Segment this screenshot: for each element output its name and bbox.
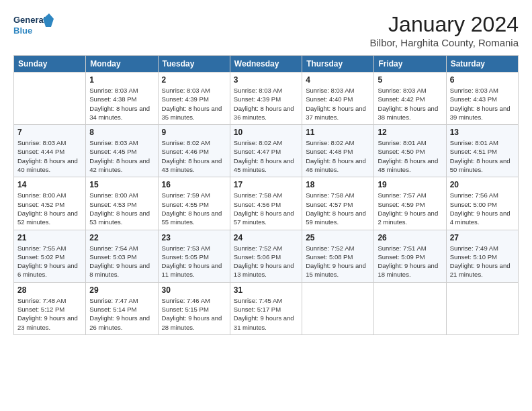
- calendar-cell: 2 Sunrise: 8:03 AMSunset: 4:39 PMDayligh…: [158, 73, 230, 125]
- calendar-cell: [374, 282, 446, 334]
- week-row-2: 7 Sunrise: 8:03 AMSunset: 4:44 PMDayligh…: [14, 125, 519, 177]
- header: General Blue January 2024 Bilbor, Harghi…: [13, 12, 519, 48]
- day-info: Sunrise: 8:03 AMSunset: 4:43 PMDaylight:…: [450, 86, 515, 122]
- calendar-cell: 26 Sunrise: 7:51 AMSunset: 5:09 PMDaylig…: [374, 230, 446, 282]
- calendar-cell: 6 Sunrise: 8:03 AMSunset: 4:43 PMDayligh…: [446, 73, 518, 125]
- week-row-1: 1 Sunrise: 8:03 AMSunset: 4:38 PMDayligh…: [14, 73, 519, 125]
- header-thursday: Thursday: [302, 56, 374, 73]
- week-row-3: 14 Sunrise: 8:00 AMSunset: 4:52 PMDaylig…: [14, 177, 519, 230]
- calendar-cell: 4 Sunrise: 8:03 AMSunset: 4:40 PMDayligh…: [302, 73, 374, 125]
- calendar-cell: 22 Sunrise: 7:54 AMSunset: 5:03 PMDaylig…: [86, 230, 158, 282]
- day-number: 8: [89, 128, 154, 137]
- logo-svg: General Blue: [13, 12, 54, 40]
- day-info: Sunrise: 7:51 AMSunset: 5:09 PMDaylight:…: [378, 244, 442, 279]
- title-area: January 2024 Bilbor, Harghita County, Ro…: [370, 12, 519, 48]
- calendar-cell: 20 Sunrise: 7:56 AMSunset: 5:00 PMDaylig…: [446, 177, 518, 230]
- calendar-cell: [14, 73, 86, 125]
- svg-text:General: General: [13, 15, 46, 25]
- day-info: Sunrise: 7:45 AMSunset: 5:17 PMDaylight:…: [234, 296, 298, 332]
- calendar-cell: 19 Sunrise: 7:57 AMSunset: 4:59 PMDaylig…: [374, 177, 446, 230]
- calendar-cell: 28 Sunrise: 7:48 AMSunset: 5:12 PMDaylig…: [14, 282, 86, 334]
- day-number: 4: [306, 75, 370, 85]
- day-number: 5: [378, 75, 442, 85]
- day-info: Sunrise: 8:03 AMSunset: 4:42 PMDaylight:…: [378, 86, 442, 122]
- day-number: 18: [306, 180, 370, 189]
- day-info: Sunrise: 8:03 AMSunset: 4:40 PMDaylight:…: [306, 86, 370, 122]
- header-friday: Friday: [374, 56, 446, 73]
- calendar-cell: 9 Sunrise: 8:02 AMSunset: 4:46 PMDayligh…: [158, 125, 230, 177]
- day-number: 24: [234, 233, 298, 242]
- header-saturday: Saturday: [446, 56, 518, 73]
- calendar-cell: [446, 282, 518, 334]
- day-info: Sunrise: 7:56 AMSunset: 5:00 PMDaylight:…: [450, 191, 515, 226]
- day-number: 13: [450, 128, 515, 137]
- page: General Blue January 2024 Bilbor, Harghi…: [0, 0, 532, 342]
- day-info: Sunrise: 8:03 AMSunset: 4:38 PMDaylight:…: [89, 86, 154, 122]
- day-number: 10: [234, 128, 298, 137]
- day-number: 17: [234, 180, 298, 189]
- logo: General Blue: [13, 12, 54, 40]
- day-number: 28: [17, 285, 82, 295]
- day-info: Sunrise: 7:58 AMSunset: 4:57 PMDaylight:…: [306, 191, 370, 226]
- location: Bilbor, Harghita County, Romania: [370, 37, 519, 48]
- day-info: Sunrise: 7:47 AMSunset: 5:14 PMDaylight:…: [89, 296, 154, 332]
- calendar-cell: [302, 282, 374, 334]
- day-number: 15: [89, 180, 154, 189]
- calendar-table: SundayMondayTuesdayWednesdayThursdayFrid…: [13, 55, 519, 335]
- calendar-cell: 8 Sunrise: 8:03 AMSunset: 4:45 PMDayligh…: [86, 125, 158, 177]
- calendar-cell: 31 Sunrise: 7:45 AMSunset: 5:17 PMDaylig…: [230, 282, 302, 334]
- calendar-cell: 17 Sunrise: 7:58 AMSunset: 4:56 PMDaylig…: [230, 177, 302, 230]
- day-info: Sunrise: 7:52 AMSunset: 5:08 PMDaylight:…: [306, 244, 370, 279]
- day-info: Sunrise: 7:53 AMSunset: 5:05 PMDaylight:…: [162, 244, 226, 279]
- day-info: Sunrise: 8:01 AMSunset: 4:50 PMDaylight:…: [378, 138, 442, 174]
- day-info: Sunrise: 8:00 AMSunset: 4:53 PMDaylight:…: [89, 191, 154, 226]
- svg-text:Blue: Blue: [13, 26, 32, 36]
- calendar-cell: 23 Sunrise: 7:53 AMSunset: 5:05 PMDaylig…: [158, 230, 230, 282]
- calendar-cell: 29 Sunrise: 7:47 AMSunset: 5:14 PMDaylig…: [86, 282, 158, 334]
- calendar-cell: 24 Sunrise: 7:52 AMSunset: 5:06 PMDaylig…: [230, 230, 302, 282]
- calendar-cell: 14 Sunrise: 8:00 AMSunset: 4:52 PMDaylig…: [14, 177, 86, 230]
- day-info: Sunrise: 8:02 AMSunset: 4:48 PMDaylight:…: [306, 138, 370, 174]
- day-info: Sunrise: 7:58 AMSunset: 4:56 PMDaylight:…: [234, 191, 298, 226]
- day-number: 11: [306, 128, 370, 137]
- calendar-cell: 10 Sunrise: 8:02 AMSunset: 4:47 PMDaylig…: [230, 125, 302, 177]
- day-info: Sunrise: 8:02 AMSunset: 4:47 PMDaylight:…: [234, 138, 298, 174]
- week-row-5: 28 Sunrise: 7:48 AMSunset: 5:12 PMDaylig…: [14, 282, 519, 334]
- day-info: Sunrise: 8:01 AMSunset: 4:51 PMDaylight:…: [450, 138, 515, 174]
- day-number: 14: [17, 180, 82, 189]
- day-number: 22: [89, 233, 154, 242]
- day-info: Sunrise: 8:03 AMSunset: 4:44 PMDaylight:…: [17, 138, 82, 174]
- day-number: 31: [234, 285, 298, 295]
- day-number: 21: [17, 233, 82, 242]
- day-info: Sunrise: 7:59 AMSunset: 4:55 PMDaylight:…: [162, 191, 226, 226]
- calendar-cell: 25 Sunrise: 7:52 AMSunset: 5:08 PMDaylig…: [302, 230, 374, 282]
- calendar-cell: 15 Sunrise: 8:00 AMSunset: 4:53 PMDaylig…: [86, 177, 158, 230]
- day-info: Sunrise: 7:49 AMSunset: 5:10 PMDaylight:…: [450, 244, 515, 279]
- header-sunday: Sunday: [14, 56, 86, 73]
- day-number: 30: [162, 285, 226, 295]
- calendar-cell: 7 Sunrise: 8:03 AMSunset: 4:44 PMDayligh…: [14, 125, 86, 177]
- day-info: Sunrise: 8:03 AMSunset: 4:45 PMDaylight:…: [89, 138, 154, 174]
- day-number: 20: [450, 180, 515, 189]
- calendar-cell: 11 Sunrise: 8:02 AMSunset: 4:48 PMDaylig…: [302, 125, 374, 177]
- day-number: 7: [17, 128, 82, 137]
- day-info: Sunrise: 8:03 AMSunset: 4:39 PMDaylight:…: [162, 86, 226, 122]
- calendar-cell: 5 Sunrise: 8:03 AMSunset: 4:42 PMDayligh…: [374, 73, 446, 125]
- day-info: Sunrise: 7:57 AMSunset: 4:59 PMDaylight:…: [378, 191, 442, 226]
- day-info: Sunrise: 7:48 AMSunset: 5:12 PMDaylight:…: [17, 296, 82, 332]
- day-number: 2: [162, 75, 226, 85]
- header-tuesday: Tuesday: [158, 56, 230, 73]
- day-number: 19: [378, 180, 442, 189]
- day-number: 26: [378, 233, 442, 242]
- header-monday: Monday: [86, 56, 158, 73]
- day-info: Sunrise: 8:00 AMSunset: 4:52 PMDaylight:…: [17, 191, 82, 226]
- calendar-cell: 16 Sunrise: 7:59 AMSunset: 4:55 PMDaylig…: [158, 177, 230, 230]
- day-number: 25: [306, 233, 370, 242]
- month-title: January 2024: [370, 12, 519, 37]
- day-number: 29: [89, 285, 154, 295]
- day-info: Sunrise: 7:52 AMSunset: 5:06 PMDaylight:…: [234, 244, 298, 279]
- day-info: Sunrise: 7:54 AMSunset: 5:03 PMDaylight:…: [89, 244, 154, 279]
- calendar-cell: 27 Sunrise: 7:49 AMSunset: 5:10 PMDaylig…: [446, 230, 518, 282]
- day-info: Sunrise: 7:46 AMSunset: 5:15 PMDaylight:…: [162, 296, 226, 332]
- calendar-cell: 13 Sunrise: 8:01 AMSunset: 4:51 PMDaylig…: [446, 125, 518, 177]
